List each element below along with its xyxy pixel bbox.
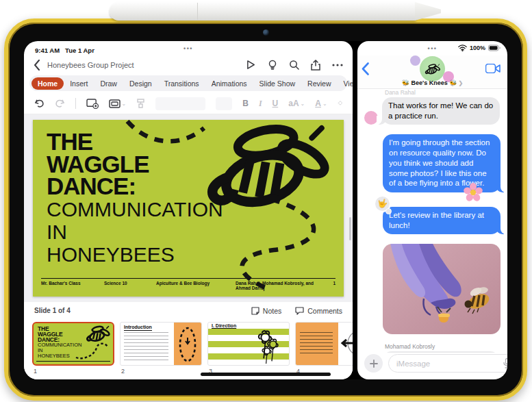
layout-icon[interactable]: ⌄ — [109, 99, 127, 108]
sent-message[interactable]: I'm going through the section on resourc… — [383, 134, 501, 192]
thumbnail-slide-4[interactable]: 4 — [295, 322, 353, 379]
underline-button[interactable]: U — [273, 99, 279, 108]
slide-canvas[interactable]: THE WAGGLE DANCE: COMMUNICATION IN HONEY… — [24, 114, 353, 302]
slide-subtitle-line: HONEYBEES — [47, 243, 223, 266]
bee-avatar-icon — [424, 64, 440, 75]
back-button[interactable] — [34, 60, 40, 71]
chevron-down-icon: ⌄ — [122, 101, 127, 107]
comments-icon — [295, 307, 304, 315]
split-view-divider[interactable] — [353, 41, 357, 379]
text-case-button[interactable]: aA⌄ — [288, 99, 305, 108]
redo-icon[interactable] — [55, 99, 65, 108]
left-status-bar: 9:41 AM Tue 1 Apr ••• — [24, 41, 353, 55]
comments-button[interactable]: Comments — [295, 307, 342, 315]
undo-icon[interactable] — [34, 99, 45, 108]
messages-window: ••• 100% — [357, 41, 507, 379]
flower-sticker[interactable] — [464, 183, 483, 202]
thumb-orange-panel — [296, 323, 338, 365]
tab-transitions[interactable]: Transitions — [158, 77, 205, 90]
front-camera — [263, 29, 269, 36]
notes-button[interactable]: Notes — [251, 307, 281, 315]
circle-diagram — [340, 327, 353, 362]
thumbnail-number: 1 — [34, 368, 114, 375]
multitask-dots-left[interactable]: ••• — [24, 45, 353, 52]
flower-doodles — [251, 328, 282, 364]
footer-class: Mr. Bachar's Class — [41, 281, 104, 290]
group-avatar[interactable] — [420, 56, 445, 81]
avatar-dana[interactable] — [364, 111, 378, 125]
group-name[interactable]: 🐝 Bee's Knees 🐝❯ — [357, 79, 507, 86]
new-slide-icon[interactable] — [86, 99, 99, 109]
footer-topic: Apiculture & Bee Biology — [156, 281, 236, 290]
thumb-title: Introduction — [124, 325, 152, 331]
powerpoint-window: 9:41 AM Tue 1 Apr ••• Honeybees Group Pr… — [24, 41, 353, 379]
ribbon-tabs: Home Insert Draw Design Transitions Anim… — [29, 75, 347, 91]
tab-view[interactable]: View — [338, 77, 353, 90]
toolbar-divider — [75, 98, 76, 109]
bold-button[interactable]: B — [242, 99, 249, 108]
message-composer — [357, 353, 507, 379]
notes-icon — [251, 307, 259, 315]
tab-design[interactable]: Design — [123, 77, 158, 90]
chevron-right-icon: ❯ — [458, 80, 463, 86]
share-icon[interactable] — [311, 60, 320, 71]
thumbnail-strip: THE WAGGLE DANCE: COMMUNICATION IN HONEY… — [24, 319, 353, 379]
lightbulb-icon[interactable] — [268, 60, 277, 71]
sent-message[interactable]: 🤟 Let's review in the library at lunch! — [383, 207, 501, 234]
chevron-down-icon: ⌄ — [322, 101, 327, 107]
slide-1[interactable]: THE WAGGLE DANCE: COMMUNICATION IN HONEY… — [33, 120, 344, 297]
thumb-title: I. Direction — [212, 323, 236, 328]
conversation-header: 🐝 Bee's Knees 🐝❯ — [357, 55, 507, 89]
footer-subject: Science 10 — [104, 281, 156, 290]
slide-subtitle-line: COMMUNICATION — [47, 198, 223, 221]
sender-label: Dana Rahal — [385, 89, 501, 96]
format-painter-icon[interactable] — [136, 99, 145, 108]
slide-title-block: THE WAGGLE DANCE: COMMUNICATION IN HONEY… — [47, 131, 223, 266]
footer-page-number: 1 — [329, 281, 335, 290]
video-call-icon[interactable] — [485, 64, 501, 73]
slide-title-line: THE — [47, 131, 223, 153]
received-message[interactable]: Mmmm, rich nectar and pollen. — [382, 351, 500, 353]
more-icon[interactable] — [332, 64, 343, 66]
thumb-subtitle-line: HONEYBEES — [38, 353, 81, 359]
plus-icon[interactable] — [364, 354, 383, 373]
back-chevron-icon[interactable] — [362, 62, 369, 75]
italic-button[interactable]: I — [259, 99, 262, 109]
received-message[interactable]: That works for me! We can do a practice … — [382, 97, 500, 125]
thumbnail-slide-1[interactable]: THE WAGGLE DANCE: COMMUNICATION IN HONEY… — [32, 322, 114, 379]
mic-icon[interactable] — [503, 358, 507, 368]
fill-bucket-icon[interactable] — [338, 99, 342, 108]
search-icon[interactable] — [289, 60, 299, 70]
tapback-reaction[interactable]: 🤟 — [374, 195, 391, 212]
avatar-member-1[interactable] — [410, 55, 420, 66]
font-color-button[interactable]: A⌄ — [315, 99, 327, 108]
apple-pencil — [110, 2, 416, 21]
tab-insert[interactable]: Insert — [64, 77, 94, 90]
disabled-control-placeholder — [216, 97, 233, 110]
tab-review[interactable]: Review — [301, 77, 337, 90]
present-icon[interactable] — [246, 60, 256, 70]
dashed-oval-doodle — [177, 325, 199, 364]
imessage-input[interactable] — [395, 359, 503, 368]
tab-slideshow[interactable]: Slide Show — [253, 77, 302, 90]
ppt-nav-bar: Honeybees Group Project — [24, 55, 353, 74]
slide-footer: Mr. Bachar's Class Science 10 Apiculture… — [41, 278, 335, 290]
ipad-screen: 9:41 AM Tue 1 Apr ••• Honeybees Group Pr… — [24, 41, 507, 379]
thumbnail-slide-2[interactable]: Introduction 2 — [120, 322, 202, 379]
thumbnail-number: 2 — [121, 368, 202, 375]
apple-pencil-tip — [415, 2, 441, 21]
imessage-field[interactable] — [388, 354, 507, 373]
tab-draw[interactable]: Draw — [94, 77, 123, 90]
tab-home[interactable]: Home — [31, 77, 64, 90]
battery-percent: 100% — [470, 45, 485, 51]
home-indicator[interactable] — [201, 373, 331, 376]
tab-animations[interactable]: Animations — [205, 77, 253, 90]
slide-status-bar: Slide 1 of 4 Notes Comments — [24, 302, 353, 319]
photo-attachment[interactable] — [383, 244, 501, 334]
thumb-body-text — [124, 332, 168, 363]
wifi-icon — [458, 45, 467, 51]
thumb-body-text — [300, 332, 333, 354]
slide-title-line: DANCE: — [47, 175, 223, 198]
thumbnail-slide-3[interactable]: I. Direction 3 — [207, 322, 290, 379]
canvas-scrollbar[interactable] — [349, 217, 351, 240]
